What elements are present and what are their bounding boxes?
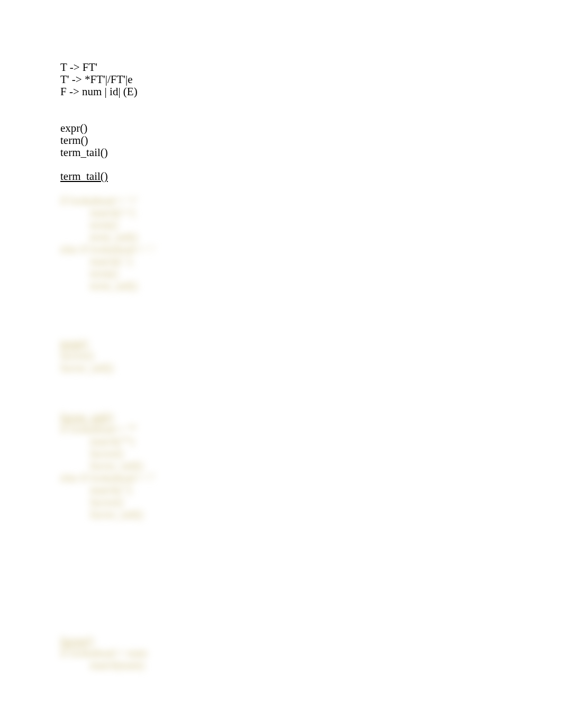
spacer: [60, 98, 562, 122]
call-expr: expr(): [60, 122, 562, 134]
blurred-pseudocode-2: term() factor() factor_tail(): [60, 325, 562, 386]
heading-term-tail: term_tail(): [60, 170, 562, 183]
call-sequence: expr() term() term_tail(): [60, 122, 562, 159]
document-page: T -> FT' T' -> *FT'|/FT'|e F -> num | id…: [0, 0, 562, 728]
spacer: [60, 386, 562, 399]
grammar-rule-T: T -> FT': [60, 61, 562, 74]
grammar-rule-F: F -> num | id| (E): [60, 86, 562, 98]
call-term-tail: term_tail(): [60, 147, 562, 159]
grammar-block: T -> FT' T' -> *FT'|/FT'|e F -> num | id…: [60, 61, 562, 98]
grammar-rule-Tp: T' -> *FT'|/FT'|e: [60, 74, 562, 86]
spacer: [60, 304, 562, 325]
blurred-pseudocode-4: factor() if lookahead = num match(num): [60, 623, 562, 684]
spacer: [60, 159, 562, 170]
spacer: [60, 533, 562, 623]
blurred-pseudocode-1: if lookahead = '+' match('+') term() ter…: [60, 183, 562, 304]
call-term: term(): [60, 134, 562, 147]
blurred-pseudocode-3: factor_tail() if lookahead = '*' match('…: [60, 399, 562, 533]
